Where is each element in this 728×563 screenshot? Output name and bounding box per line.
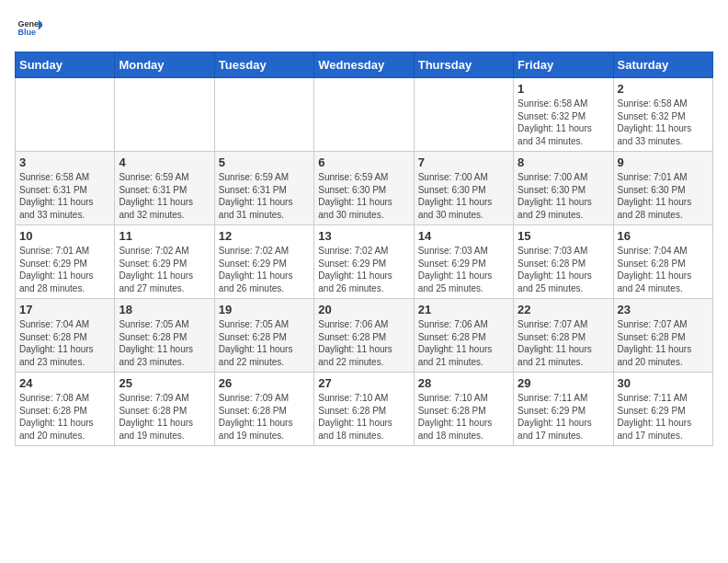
day-number: 28 — [418, 376, 509, 390]
calendar-table: SundayMondayTuesdayWednesdayThursdayFrid… — [15, 52, 713, 446]
day-info: Sunrise: 6:58 AM Sunset: 6:32 PM Dayligh… — [618, 98, 709, 147]
calendar-cell: 8Sunrise: 7:00 AM Sunset: 6:30 PM Daylig… — [514, 152, 613, 225]
calendar-cell: 13Sunrise: 7:02 AM Sunset: 6:29 PM Dayli… — [314, 225, 414, 299]
calendar-cell — [314, 78, 414, 152]
day-number: 23 — [618, 303, 709, 316]
day-info: Sunrise: 7:02 AM Sunset: 6:29 PM Dayligh… — [318, 245, 409, 294]
calendar-cell: 29Sunrise: 7:11 AM Sunset: 6:29 PM Dayli… — [514, 373, 613, 446]
day-info: Sunrise: 7:02 AM Sunset: 6:29 PM Dayligh… — [219, 245, 310, 294]
day-number: 30 — [618, 376, 709, 390]
day-info: Sunrise: 7:02 AM Sunset: 6:29 PM Dayligh… — [119, 245, 210, 294]
day-number: 12 — [219, 229, 310, 243]
calendar-cell: 23Sunrise: 7:07 AM Sunset: 6:28 PM Dayli… — [613, 299, 712, 373]
calendar-cell: 22Sunrise: 7:07 AM Sunset: 6:28 PM Dayli… — [514, 299, 613, 373]
day-info: Sunrise: 7:06 AM Sunset: 6:28 PM Dayligh… — [418, 318, 509, 368]
day-info: Sunrise: 7:10 AM Sunset: 6:28 PM Dayligh… — [418, 392, 509, 442]
calendar-cell: 25Sunrise: 7:09 AM Sunset: 6:28 PM Dayli… — [115, 373, 214, 446]
weekday-header-wednesday: Wednesday — [314, 52, 414, 78]
day-number: 13 — [318, 229, 409, 243]
calendar-cell: 18Sunrise: 7:05 AM Sunset: 6:28 PM Dayli… — [115, 299, 214, 373]
calendar-cell: 3Sunrise: 6:58 AM Sunset: 6:31 PM Daylig… — [16, 152, 115, 225]
calendar-cell: 19Sunrise: 7:05 AM Sunset: 6:28 PM Dayli… — [214, 299, 313, 373]
calendar-cell — [214, 78, 313, 152]
day-number: 5 — [219, 155, 310, 169]
logo-icon: General Blue — [17, 15, 42, 40]
day-info: Sunrise: 7:10 AM Sunset: 6:28 PM Dayligh… — [318, 392, 409, 442]
logo: General Blue — [15, 15, 42, 44]
page-header: General Blue — [15, 15, 713, 44]
calendar-cell: 6Sunrise: 6:59 AM Sunset: 6:30 PM Daylig… — [314, 152, 414, 225]
day-number: 20 — [318, 303, 409, 316]
day-info: Sunrise: 7:04 AM Sunset: 6:28 PM Dayligh… — [19, 318, 110, 368]
day-number: 3 — [19, 155, 110, 169]
day-number: 11 — [119, 229, 210, 243]
day-info: Sunrise: 6:59 AM Sunset: 6:31 PM Dayligh… — [119, 171, 210, 221]
day-info: Sunrise: 7:01 AM Sunset: 6:30 PM Dayligh… — [618, 171, 709, 221]
day-info: Sunrise: 6:59 AM Sunset: 6:31 PM Dayligh… — [219, 171, 310, 221]
calendar-cell: 1Sunrise: 6:58 AM Sunset: 6:32 PM Daylig… — [514, 78, 613, 152]
day-info: Sunrise: 7:09 AM Sunset: 6:28 PM Dayligh… — [119, 392, 210, 442]
day-info: Sunrise: 7:09 AM Sunset: 6:28 PM Dayligh… — [219, 392, 310, 442]
day-number: 1 — [518, 82, 609, 96]
weekday-header-sunday: Sunday — [16, 52, 115, 78]
calendar-cell: 4Sunrise: 6:59 AM Sunset: 6:31 PM Daylig… — [115, 152, 214, 225]
calendar-cell: 28Sunrise: 7:10 AM Sunset: 6:28 PM Dayli… — [414, 373, 513, 446]
weekday-header-friday: Friday — [514, 52, 613, 78]
day-info: Sunrise: 7:05 AM Sunset: 6:28 PM Dayligh… — [119, 318, 210, 368]
weekday-header-thursday: Thursday — [414, 52, 513, 78]
day-number: 19 — [219, 303, 310, 316]
day-info: Sunrise: 7:07 AM Sunset: 6:28 PM Dayligh… — [518, 318, 609, 368]
day-number: 9 — [618, 155, 709, 169]
day-info: Sunrise: 7:03 AM Sunset: 6:28 PM Dayligh… — [518, 245, 609, 294]
day-info: Sunrise: 7:03 AM Sunset: 6:29 PM Dayligh… — [418, 245, 509, 294]
calendar-cell: 9Sunrise: 7:01 AM Sunset: 6:30 PM Daylig… — [613, 152, 712, 225]
calendar-cell: 27Sunrise: 7:10 AM Sunset: 6:28 PM Dayli… — [314, 373, 414, 446]
calendar-cell: 14Sunrise: 7:03 AM Sunset: 6:29 PM Dayli… — [414, 225, 513, 299]
calendar-cell — [414, 78, 513, 152]
day-number: 26 — [219, 376, 310, 390]
calendar-cell: 21Sunrise: 7:06 AM Sunset: 6:28 PM Dayli… — [414, 299, 513, 373]
weekday-header-monday: Monday — [115, 52, 214, 78]
day-info: Sunrise: 7:06 AM Sunset: 6:28 PM Dayligh… — [318, 318, 409, 368]
day-info: Sunrise: 7:00 AM Sunset: 6:30 PM Dayligh… — [418, 171, 509, 221]
day-number: 7 — [418, 155, 509, 169]
calendar-cell: 17Sunrise: 7:04 AM Sunset: 6:28 PM Dayli… — [16, 299, 115, 373]
calendar-cell: 5Sunrise: 6:59 AM Sunset: 6:31 PM Daylig… — [214, 152, 313, 225]
day-number: 18 — [119, 303, 210, 316]
day-number: 17 — [19, 303, 110, 316]
weekday-header-tuesday: Tuesday — [214, 52, 313, 78]
day-number: 2 — [618, 82, 709, 96]
day-number: 22 — [518, 303, 609, 316]
day-number: 6 — [318, 155, 409, 169]
calendar-cell: 7Sunrise: 7:00 AM Sunset: 6:30 PM Daylig… — [414, 152, 513, 225]
day-number: 10 — [19, 229, 110, 243]
calendar-cell: 10Sunrise: 7:01 AM Sunset: 6:29 PM Dayli… — [16, 225, 115, 299]
calendar-cell: 26Sunrise: 7:09 AM Sunset: 6:28 PM Dayli… — [214, 373, 313, 446]
weekday-header-saturday: Saturday — [613, 52, 712, 78]
day-info: Sunrise: 7:00 AM Sunset: 6:30 PM Dayligh… — [518, 171, 609, 221]
day-number: 4 — [119, 155, 210, 169]
day-info: Sunrise: 7:11 AM Sunset: 6:29 PM Dayligh… — [518, 392, 609, 442]
day-number: 25 — [119, 376, 210, 390]
calendar-cell — [16, 78, 115, 152]
day-number: 21 — [418, 303, 509, 316]
calendar-cell: 20Sunrise: 7:06 AM Sunset: 6:28 PM Dayli… — [314, 299, 414, 373]
day-number: 24 — [19, 376, 110, 390]
calendar-cell — [115, 78, 214, 152]
day-number: 15 — [518, 229, 609, 243]
day-info: Sunrise: 7:04 AM Sunset: 6:28 PM Dayligh… — [618, 245, 709, 294]
day-info: Sunrise: 7:11 AM Sunset: 6:29 PM Dayligh… — [618, 392, 709, 442]
day-info: Sunrise: 6:58 AM Sunset: 6:31 PM Dayligh… — [19, 171, 110, 221]
calendar-cell: 15Sunrise: 7:03 AM Sunset: 6:28 PM Dayli… — [514, 225, 613, 299]
calendar-cell: 2Sunrise: 6:58 AM Sunset: 6:32 PM Daylig… — [613, 78, 712, 152]
day-number: 16 — [618, 229, 709, 243]
day-info: Sunrise: 6:58 AM Sunset: 6:32 PM Dayligh… — [518, 98, 609, 147]
calendar-cell: 11Sunrise: 7:02 AM Sunset: 6:29 PM Dayli… — [115, 225, 214, 299]
calendar-cell: 24Sunrise: 7:08 AM Sunset: 6:28 PM Dayli… — [16, 373, 115, 446]
calendar-cell: 16Sunrise: 7:04 AM Sunset: 6:28 PM Dayli… — [613, 225, 712, 299]
day-number: 14 — [418, 229, 509, 243]
day-info: Sunrise: 7:05 AM Sunset: 6:28 PM Dayligh… — [219, 318, 310, 368]
day-info: Sunrise: 7:07 AM Sunset: 6:28 PM Dayligh… — [618, 318, 709, 368]
day-info: Sunrise: 7:08 AM Sunset: 6:28 PM Dayligh… — [19, 392, 110, 442]
day-number: 8 — [518, 155, 609, 169]
